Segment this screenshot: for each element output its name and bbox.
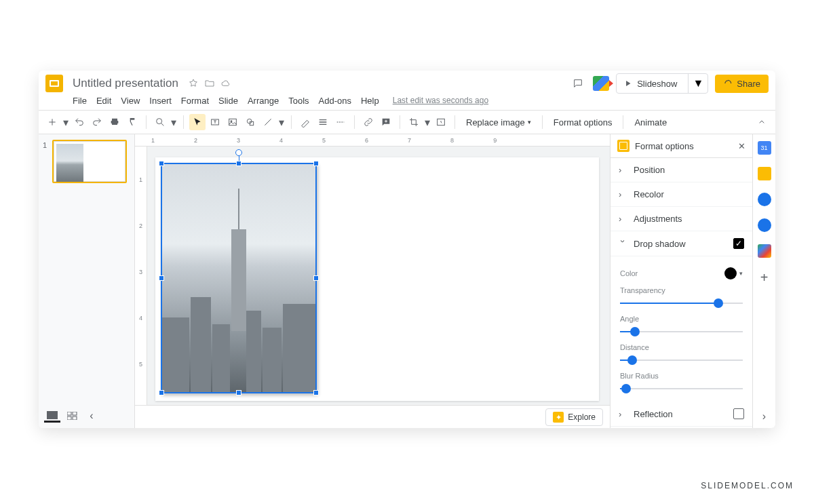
shadow-color-picker[interactable]: ▾ [724,267,743,279]
crop-button[interactable] [406,114,422,130]
workspace: 1 ‹ 123456789 12345 [39,134,775,428]
watermark-text: SLIDEMODEL.COM [701,481,794,490]
explore-button[interactable]: Explore [545,408,603,426]
maps-icon[interactable] [758,244,771,258]
move-folder-icon[interactable] [204,78,215,89]
transparency-slider[interactable] [620,298,743,308]
new-slide-button[interactable] [44,114,60,130]
last-edit-status[interactable]: Last edit was seconds ago [393,96,488,105]
link-button[interactable] [360,114,376,130]
filmstrip-view-icon[interactable] [44,409,60,423]
section-reflection[interactable]: › Reflection [610,402,752,427]
zoom-button[interactable] [152,114,168,130]
menu-edit[interactable]: Edit [96,96,111,106]
menu-format[interactable]: Format [181,96,209,106]
resize-handle[interactable] [236,390,241,395]
svg-point-0 [157,119,162,124]
blur-slider[interactable] [620,384,743,393]
slide-canvas[interactable] [155,157,599,401]
slide-thumbnail[interactable]: 1 [43,140,130,183]
section-adjustments[interactable]: › Adjustments [610,207,752,231]
add-addon-icon[interactable]: + [760,270,769,286]
border-weight-button[interactable] [315,114,331,130]
line-tool[interactable] [260,114,276,130]
shape-tool[interactable] [242,114,258,130]
format-options-icon [617,140,629,152]
comments-icon[interactable] [570,75,586,92]
format-options-button[interactable]: Format options [548,117,618,128]
section-recolor[interactable]: › Recolor [610,182,752,207]
redo-button[interactable] [89,114,105,130]
star-icon[interactable] [188,78,199,89]
reset-image-button[interactable] [433,114,449,130]
menu-addons[interactable]: Add-ons [319,96,351,106]
paint-format-button[interactable] [124,114,140,130]
undo-button[interactable] [71,114,88,130]
toolbar: ▾ ▾ ▾ ▾ Replace [39,110,775,134]
resize-handle[interactable] [159,390,164,395]
menu-help[interactable]: Help [361,96,379,106]
distance-label: Distance [620,343,743,351]
collapse-panel-icon[interactable]: ‹ [85,409,98,423]
menu-view[interactable]: View [121,96,140,106]
resize-handle[interactable] [159,161,164,166]
new-slide-dropdown[interactable]: ▾ [62,114,70,130]
border-color-button[interactable] [297,114,313,130]
google-slides-window: Untitled presentation Slideshow ▼ Share [39,71,775,428]
section-drop-shadow[interactable]: › Drop shadow ✓ [610,231,752,256]
document-title[interactable]: Untitled presentation [73,77,178,90]
zoom-dropdown[interactable]: ▾ [170,114,178,130]
reflection-checkbox[interactable] [733,408,744,419]
resize-handle[interactable] [236,161,241,166]
contacts-icon[interactable] [758,218,771,232]
chevron-down-icon: › [618,239,628,248]
editor-area: 123456789 12345 [135,134,610,428]
menu-insert[interactable]: Insert [149,96,172,106]
image-tool[interactable] [225,114,241,130]
svg-rect-9 [73,412,77,415]
selected-image[interactable] [161,163,317,393]
hide-side-panel-icon[interactable]: › [762,410,766,423]
keep-icon[interactable] [758,167,771,180]
grid-view-icon[interactable] [64,409,81,423]
menu-slide[interactable]: Slide [218,96,238,106]
vertical-ruler: 12345 [135,147,147,405]
angle-slider[interactable] [620,327,743,336]
crop-dropdown[interactable]: ▾ [423,114,431,130]
bottom-bar: Explore [135,405,610,428]
resize-handle[interactable] [313,161,319,166]
close-panel-icon[interactable]: ✕ [738,141,745,151]
border-dash-button[interactable] [332,114,349,130]
slides-logo-icon[interactable] [45,75,63,92]
resize-handle[interactable] [159,275,164,281]
meet-icon[interactable] [593,75,609,92]
line-dropdown[interactable]: ▾ [277,114,286,130]
svg-rect-7 [47,411,58,419]
animate-button[interactable]: Animate [629,117,672,128]
resize-handle[interactable] [313,275,319,281]
menu-file[interactable]: File [73,96,87,106]
print-button[interactable] [106,114,123,130]
cloud-status-icon[interactable] [220,78,231,89]
slideshow-label: Slideshow [637,79,677,89]
collapse-toolbar-icon[interactable] [754,114,770,130]
select-tool[interactable] [189,114,206,130]
slideshow-dropdown[interactable]: ▼ [688,74,708,93]
drop-shadow-checkbox[interactable]: ✓ [733,238,744,249]
textbox-tool[interactable] [207,114,223,130]
color-label: Color [620,269,638,277]
section-position[interactable]: › Position [610,158,752,182]
comment-button[interactable] [378,114,394,130]
calendar-icon[interactable] [758,141,771,155]
replace-image-button[interactable]: Replace image▾ [461,117,537,128]
distance-slider[interactable] [620,355,743,365]
share-button[interactable]: Share [715,75,769,93]
resize-handle[interactable] [313,390,319,395]
menu-arrange[interactable]: Arrange [248,96,279,106]
slideshow-button[interactable]: Slideshow [617,75,684,92]
view-switcher: ‹ [44,409,98,423]
tasks-icon[interactable] [758,193,771,206]
share-label: Share [737,79,760,89]
menu-tools[interactable]: Tools [288,96,309,106]
horizontal-ruler: 123456789 [135,134,610,147]
